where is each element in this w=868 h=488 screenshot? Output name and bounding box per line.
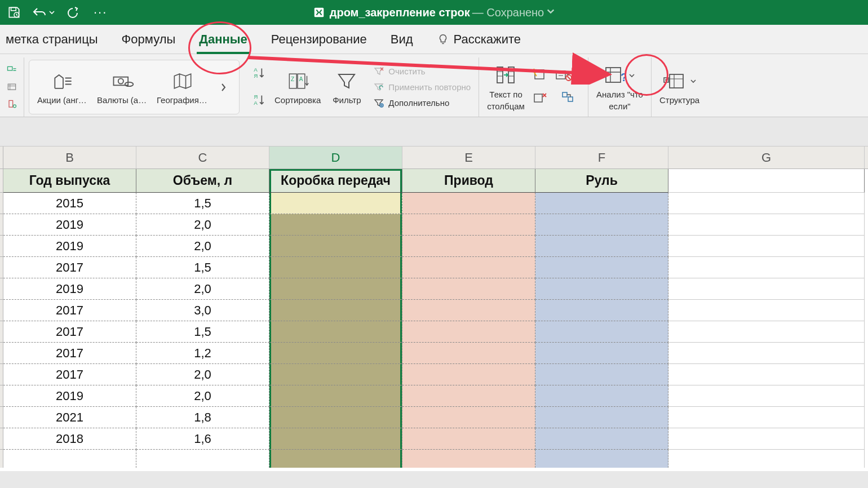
cell-volume[interactable]: 2,0 [136,214,269,236]
tab-formulas[interactable]: Формулы [119,30,178,49]
col-header-B[interactable]: B [3,147,136,168]
cell-drive[interactable] [402,428,535,450]
queries-icon[interactable] [6,64,18,77]
cell-steering[interactable] [535,193,668,214]
redo-button[interactable] [65,6,80,19]
tell-me[interactable]: Расскажите [435,30,524,49]
cell-year[interactable]: 2017 [3,364,136,385]
cell-drive[interactable] [402,193,535,214]
col-header-E[interactable]: E [402,147,535,168]
what-if-button[interactable]: ? Анализ "что если" [596,64,643,111]
cell-year[interactable]: 2018 [3,428,136,450]
cell-gearbox[interactable] [269,278,402,300]
cell-gearbox[interactable] [269,236,402,257]
sort-desc-button[interactable]: ЯА [252,92,267,109]
cell-year[interactable]: 2021 [3,407,136,428]
header-gearbox[interactable]: Коробка передач [269,169,402,193]
cell-drive[interactable] [402,385,535,407]
col-header-F[interactable]: F [535,147,668,168]
cell-volume[interactable]: 2,0 [136,278,269,300]
header-year[interactable]: Год выпуска [3,169,136,193]
sort-asc-button[interactable]: АЯ [252,65,267,82]
cell-drive[interactable] [402,236,535,257]
sort-button[interactable]: ZA Сортировка [274,69,321,105]
undo-button[interactable] [32,6,55,19]
cell-g[interactable] [668,428,865,450]
cell-steering[interactable] [535,343,668,364]
cell-volume[interactable]: 2,0 [136,364,269,385]
cell-steering[interactable] [535,214,668,236]
cell-gearbox[interactable] [269,385,402,407]
spreadsheet-grid[interactable]: B C D E F G Год выпуска Объем, л Коробка… [0,147,868,471]
autosave-icon[interactable] [7,5,21,20]
cell-steering[interactable] [535,236,668,257]
cell-year[interactable]: 2017 [3,257,136,278]
cell-g[interactable] [668,407,865,428]
cell-g[interactable] [668,257,865,278]
col-header-C[interactable]: C [136,147,269,168]
cell-drive[interactable] [402,214,535,236]
cell-volume[interactable]: 1,5 [136,193,269,214]
cell-volume[interactable]: 1,6 [136,428,269,450]
cell-volume[interactable]: 1,5 [136,321,269,343]
data-types-more-icon[interactable] [216,82,231,93]
filter-button[interactable]: Фильтр [329,69,365,105]
cell-year[interactable]: 2017 [3,321,136,343]
reapply-filter-button[interactable]: Применить повторно [373,81,471,94]
cell-gearbox[interactable] [269,343,402,364]
cell-g-header[interactable] [668,169,865,193]
cell-steering[interactable] [535,428,668,450]
cell-gearbox[interactable] [269,214,402,236]
cell-g[interactable] [668,236,865,257]
cell-gearbox[interactable] [269,407,402,428]
cell-steering[interactable] [535,364,668,385]
cell-year[interactable]: 2015 [3,193,136,214]
cell-gearbox[interactable] [269,428,402,450]
cell-g[interactable] [668,214,865,236]
advanced-filter-button[interactable]: Дополнительно [373,97,471,109]
cell-year[interactable]: 2017 [3,343,136,364]
cell-volume[interactable]: 3,0 [136,300,269,321]
cell-year[interactable]: 2019 [3,385,136,407]
cell-gearbox[interactable] [269,300,402,321]
cell-drive[interactable] [402,321,535,343]
cell-steering[interactable] [535,385,668,407]
cell-gearbox[interactable] [269,321,402,343]
cell-volume[interactable]: 1,2 [136,343,269,364]
cell-volume[interactable]: 1,5 [136,257,269,278]
tab-review[interactable]: Рецензирование [269,30,369,49]
clear-filter-button[interactable]: Очистить [373,65,471,78]
header-steering[interactable]: Руль [535,169,668,193]
cell-drive[interactable] [402,343,535,364]
consolidate-button[interactable] [560,90,575,106]
cell-gearbox[interactable] [269,193,402,214]
edit-links-icon[interactable] [6,98,18,110]
cell-gearbox[interactable] [269,257,402,278]
col-header-D[interactable]: D [269,147,402,168]
tab-view[interactable]: Вид [388,30,415,49]
remove-duplicates-button[interactable] [533,91,547,107]
cell-steering[interactable] [535,278,668,300]
more-qat-icon[interactable]: ··· [94,5,107,20]
geography-type-button[interactable]: География (ан… [157,69,209,105]
cell-gearbox[interactable] [269,364,402,385]
cell-year[interactable]: 2019 [3,278,136,300]
cell-year[interactable]: 2017 [3,300,136,321]
cell-g[interactable] [668,364,865,385]
cell-g[interactable] [668,278,865,300]
cell-drive[interactable] [402,278,535,300]
properties-icon[interactable] [6,81,18,94]
cell-volume[interactable]: 1,8 [136,407,269,428]
currencies-type-button[interactable]: Валюты (англ… [97,69,149,105]
text-to-columns-button[interactable]: Текст по столбцам [487,64,525,111]
cell-steering[interactable] [535,321,668,343]
tab-data[interactable]: Данные [197,30,250,49]
outline-button[interactable]: Структура [659,69,699,105]
cell-drive[interactable] [402,407,535,428]
stocks-type-button[interactable]: Акции (англий… [37,69,89,105]
cell-steering[interactable] [535,407,668,428]
title-dropdown-icon[interactable] [546,7,555,18]
cell-g[interactable] [668,300,865,321]
tab-page-layout[interactable]: метка страницы [3,30,100,49]
cell-g[interactable] [668,343,865,364]
